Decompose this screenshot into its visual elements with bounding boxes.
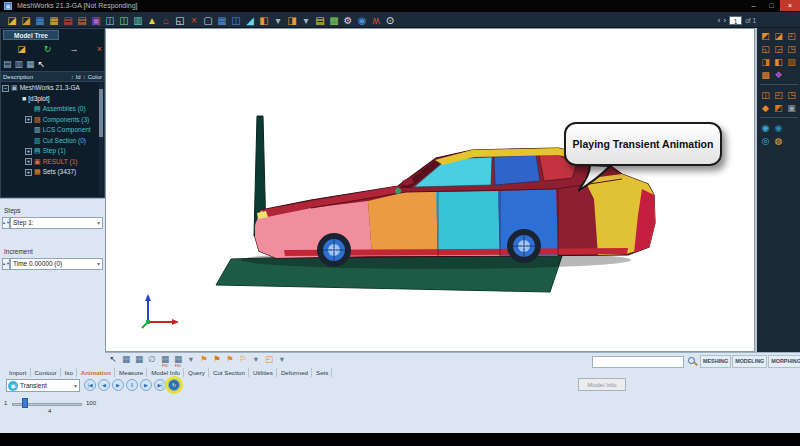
view-toolbar-icon[interactable]: ◆: [760, 103, 771, 114]
prev-model-icon[interactable]: ‹: [718, 16, 721, 25]
playback-button[interactable]: ‖: [126, 379, 138, 391]
tree-item[interactable]: + ▦ Sets (3437): [1, 167, 98, 178]
maximize-button[interactable]: □: [763, 0, 780, 11]
display-toolbar-icon[interactable]: ◲: [773, 44, 784, 55]
toolbar-icon[interactable]: ◨: [286, 14, 298, 27]
tree-item[interactable]: ▥ Cut Section (0): [1, 136, 98, 147]
sort-icon[interactable]: ↕: [83, 72, 86, 82]
tree-expander[interactable]: −: [2, 85, 9, 92]
display-toolbar-icon[interactable]: ◪: [773, 31, 784, 42]
tree-item[interactable]: − ▣ MeshWorks 21.3-GA: [1, 83, 98, 94]
tree-item[interactable]: ▥ LCS Component: [1, 125, 98, 136]
steps-dropdown[interactable]: Step 1: ▾: [10, 217, 103, 229]
ribbon-tab[interactable]: Sets: [313, 368, 332, 377]
toolbar-icon[interactable]: ʍ: [370, 14, 382, 27]
display-toolbar-icon[interactable]: ◨: [760, 57, 771, 68]
display-toolbar-icon[interactable]: ▩: [760, 70, 771, 81]
visibility-toolbar-icon[interactable]: ◉: [760, 123, 771, 134]
tree-scrollbar-thumb[interactable]: [99, 89, 103, 137]
ribbon-tool-icon[interactable]: ∅: [147, 354, 157, 364]
tree-expander[interactable]: [25, 106, 32, 113]
toolbar-icon[interactable]: ⚙: [342, 14, 354, 27]
model-tree-header-icon[interactable]: ◪: [17, 43, 26, 55]
toolbar-icon[interactable]: ◢: [244, 14, 256, 27]
display-toolbar-icon[interactable]: ▨: [786, 57, 797, 68]
model-tree-header-icon[interactable]: ×: [97, 43, 102, 55]
slider-handle[interactable]: [22, 398, 28, 408]
toolbar-icon[interactable]: ▩: [328, 14, 340, 27]
ribbon-tool-icon[interactable]: ▦ FID: [173, 354, 183, 367]
minimize-button[interactable]: –: [745, 0, 762, 11]
ribbon-tab[interactable]: Query: [185, 368, 209, 377]
mode-tab[interactable]: MESHING: [700, 355, 731, 368]
toolbar-icon[interactable]: ▦: [48, 14, 60, 27]
toolbar-icon[interactable]: ◫: [230, 14, 242, 27]
toolbar-icon[interactable]: ×: [188, 14, 200, 27]
playback-button[interactable]: ↻: [168, 379, 180, 391]
ribbon-tab[interactable]: Contour: [32, 368, 61, 377]
toolbar-icon[interactable]: ▾: [300, 14, 312, 27]
next-model-icon[interactable]: ›: [723, 16, 726, 25]
search-input[interactable]: [592, 356, 684, 368]
tree-scrollbar[interactable]: [99, 83, 103, 195]
sort-icon[interactable]: ↕: [71, 72, 74, 82]
display-toolbar-icon[interactable]: ◰: [786, 31, 797, 42]
ribbon-tab[interactable]: Model Info: [148, 368, 184, 377]
view-toolbar-icon[interactable]: ◳: [786, 90, 797, 101]
playback-button[interactable]: ▶: [140, 379, 152, 391]
ribbon-tool-icon[interactable]: ▦ PID: [160, 354, 170, 367]
ribbon-tool-icon[interactable]: ⚑: [199, 354, 209, 364]
view-toolbar-icon[interactable]: ▣: [786, 103, 797, 114]
mode-tab[interactable]: MODELING: [732, 355, 767, 368]
toolbar-icon[interactable]: ◱: [174, 14, 186, 27]
tree-expander[interactable]: [25, 137, 32, 144]
toolbar-icon[interactable]: ▦: [216, 14, 228, 27]
model-tree-header-icon[interactable]: →: [70, 43, 79, 55]
steps-spinner[interactable]: ▲▼: [2, 217, 10, 229]
toolbar-icon[interactable]: ▥: [132, 14, 144, 27]
ribbon-tool-icon[interactable]: ▦: [121, 354, 131, 364]
toolbar-icon[interactable]: ▤: [76, 14, 88, 27]
tree-expander[interactable]: [13, 95, 20, 102]
toolbar-icon[interactable]: ◫: [104, 14, 116, 27]
mode-tab[interactable]: MORPHING: [768, 355, 800, 368]
toolbar-icon[interactable]: ▣: [90, 14, 102, 27]
display-toolbar-icon[interactable]: ❖: [773, 70, 784, 81]
search-icon[interactable]: [688, 357, 695, 364]
display-toolbar-icon[interactable]: ◩: [760, 31, 771, 42]
view-toolbar-icon[interactable]: ◫: [760, 90, 771, 101]
ribbon-tool-icon[interactable]: ▦: [134, 354, 144, 364]
toolbar-icon[interactable]: ▦: [34, 14, 46, 27]
visibility-toolbar-icon[interactable]: ◍: [773, 136, 784, 147]
model-info-button[interactable]: Model Info: [578, 378, 626, 391]
visibility-toolbar-icon[interactable]: ◉: [773, 123, 784, 134]
toolbar-icon[interactable]: ▾: [272, 14, 284, 27]
view-toolbar-icon[interactable]: ◰: [773, 90, 784, 101]
ribbon-tool-icon[interactable]: ◰: [264, 354, 274, 364]
display-toolbar-icon[interactable]: ◳: [786, 44, 797, 55]
increment-spinner[interactable]: ▲▼: [2, 258, 10, 270]
toolbar-icon[interactable]: ◪: [6, 14, 18, 27]
playback-button[interactable]: ▶|: [154, 379, 166, 391]
toolbar-icon[interactable]: ⌂: [160, 14, 172, 27]
ribbon-tab[interactable]: Utilities: [250, 368, 277, 377]
toolbar-icon[interactable]: ◫: [118, 14, 130, 27]
display-toolbar-icon[interactable]: ◱: [760, 44, 771, 55]
model-number-field[interactable]: 1: [729, 16, 742, 25]
toolbar-icon[interactable]: ◉: [356, 14, 368, 27]
ribbon-tab[interactable]: Deformed: [278, 368, 312, 377]
increment-dropdown[interactable]: Time 0.00000 (0) ▾: [10, 258, 103, 270]
tree-item[interactable]: ▤ Assemblies (0): [1, 104, 98, 115]
display-toolbar-icon[interactable]: ◧: [773, 57, 784, 68]
close-button[interactable]: ×: [780, 0, 800, 11]
tree-expander[interactable]: +: [25, 116, 32, 123]
tree-expander[interactable]: +: [25, 158, 32, 165]
tree-item[interactable]: + ▤ Step (1): [1, 146, 98, 157]
tree-item[interactable]: + ▣ RESULT (1): [1, 157, 98, 168]
ribbon-tool-icon[interactable]: ▾: [251, 354, 261, 364]
ribbon-tab[interactable]: Measure: [116, 368, 147, 377]
ribbon-tool-icon[interactable]: ↖: [108, 354, 118, 364]
playback-button[interactable]: ▶: [112, 379, 124, 391]
playback-button[interactable]: ◀: [98, 379, 110, 391]
ribbon-tab[interactable]: Import: [6, 368, 31, 377]
